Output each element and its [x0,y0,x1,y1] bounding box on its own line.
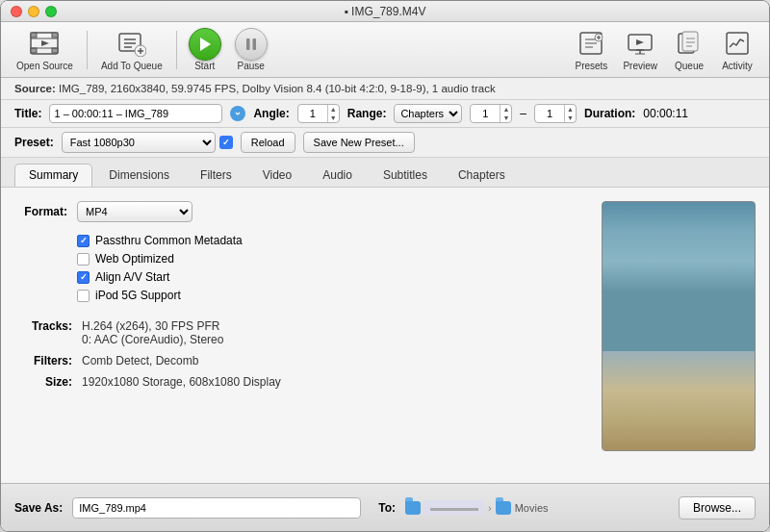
path-separator: › [488,502,492,514]
presets-label: Presets [575,61,607,71]
ipod-checkbox-row[interactable]: iPod 5G Support [77,289,588,302]
source-row: Source: IMG_789, 2160x3840, 59.9745 FPS,… [1,78,769,100]
save-filename-input[interactable] [72,497,361,519]
preset-row: Preset: Fast 1080p30 ✓ Reload Save New P… [1,128,769,158]
range-to-stepper[interactable]: ▲ ▼ [534,104,577,123]
range-from-input[interactable] [471,108,500,119]
minimize-button[interactable] [28,6,39,17]
save-new-preset-button[interactable]: Save New Preset... [303,132,415,153]
web-checkbox-row[interactable]: Web Optimized [77,252,588,266]
add-to-queue-button[interactable]: Add To Queue [93,24,170,75]
title-input[interactable] [49,104,222,123]
svg-rect-17 [252,38,256,50]
dest-folder-icon [496,501,511,515]
range-from-arrows: ▲ ▼ [500,105,511,122]
activity-button[interactable]: Activity [713,24,761,75]
preset-label: Preset: [14,136,54,149]
folder-path: ▬▬▬▬▬ › Movies [405,500,549,515]
range-to-up[interactable]: ▲ [565,105,576,114]
start-label: Start [194,61,215,71]
size-row: Size: 1920x1080 Storage, 608x1080 Displa… [14,375,588,389]
preset-select-wrapper: Fast 1080p30 ✓ [62,132,233,153]
preset-select[interactable]: Fast 1080p30 [62,132,216,153]
svg-rect-16 [246,38,250,50]
passthru-checkbox[interactable] [77,235,90,247]
format-row: Format: MP4 [14,201,588,222]
preset-check-badge: ✓ [219,136,233,149]
format-select[interactable]: MP4 [77,201,192,222]
queue-icon [674,28,705,59]
align-av-checkbox[interactable] [77,271,90,284]
range-from-up[interactable]: ▲ [500,105,511,114]
passthru-checkbox-row[interactable]: Passthru Common Metadata [77,234,588,247]
preview-button[interactable]: Preview [615,24,665,75]
queue-button[interactable]: Queue [665,24,713,75]
controls-row: Title: Angle: ▲ ▼ Range: Chapters ▲ ▼ – [1,100,769,128]
left-panel: Format: MP4 Passthru Common Metadata Web… [14,201,588,469]
maximize-button[interactable] [45,6,57,17]
angle-down[interactable]: ▼ [328,114,339,122]
source-folder-icon [405,501,421,515]
browse-button[interactable]: Browse... [679,496,756,519]
folder-path-text: ▬▬▬▬▬ [424,500,484,515]
tab-chapters[interactable]: Chapters [444,164,520,187]
tab-filters[interactable]: Filters [186,164,246,187]
svg-marker-29 [636,39,644,45]
source-value: IMG_789, 2160x3840, 59.9745 FPS, Dolby V… [59,83,496,94]
tab-audio[interactable]: Audio [308,164,367,187]
titlebar-buttons [11,6,57,17]
title-stepper-icon[interactable] [230,106,245,121]
save-as-label: Save As: [14,501,63,515]
open-source-button[interactable]: Open Source [9,24,81,75]
preview-icon [625,28,655,59]
to-label: To: [378,501,396,515]
range-to-down[interactable]: ▼ [565,114,576,122]
toolbar-sep-2 [176,31,177,69]
open-source-label: Open Source [16,61,73,71]
filters-row: Filters: Comb Detect, Decomb [14,354,588,367]
info-section: Tracks: H.264 (x264), 30 FPS PFR 0: AAC … [14,319,588,389]
range-from-stepper[interactable]: ▲ ▼ [470,104,512,123]
align-av-checkbox-row[interactable]: Align A/V Start [77,270,588,284]
start-icon [189,28,221,61]
activity-icon [722,28,753,59]
presets-button[interactable]: Presets [567,24,615,75]
svg-rect-3 [31,48,37,53]
start-pause-group: Start Pause [183,24,273,75]
svg-rect-1 [31,33,37,38]
tabs-row: Summary Dimensions Filters Video Audio S… [1,158,769,188]
duration-label: Duration: [584,107,635,120]
svg-rect-4 [52,48,58,53]
queue-label: Queue [675,61,704,71]
tab-dimensions[interactable]: Dimensions [94,164,184,187]
toolbar-sep-1 [87,31,88,69]
folder-name: Movies [515,502,549,514]
tracks-value: H.264 (x264), 30 FPS PFR 0: AAC (CoreAud… [82,319,223,346]
reload-button[interactable]: Reload [241,132,295,153]
ipod-checkbox[interactable] [77,290,90,302]
close-button[interactable] [11,6,22,17]
ipod-label: iPod 5G Support [95,289,181,302]
angle-stepper[interactable]: ▲ ▼ [297,104,340,123]
tab-subtitles[interactable]: Subtitles [369,164,442,187]
activity-label: Activity [722,61,753,71]
range-dash: – [520,107,526,120]
tab-video[interactable]: Video [248,164,306,187]
range-type-select[interactable]: Chapters [394,104,462,123]
toolbar: Open Source Add To Queue [1,22,769,78]
angle-input[interactable] [298,108,327,119]
angle-up[interactable]: ▲ [328,105,339,114]
window-title: ▪ IMG_789.M4V [345,5,426,18]
web-label: Web Optimized [95,252,174,266]
range-from-down[interactable]: ▼ [500,114,511,122]
web-checkbox[interactable] [77,253,90,266]
tab-summary[interactable]: Summary [14,164,92,187]
svg-marker-7 [41,40,49,46]
size-label: Size: [14,375,72,389]
range-to-input[interactable] [535,108,564,119]
svg-marker-15 [200,38,211,51]
start-button[interactable]: Start [183,24,227,75]
add-to-queue-label: Add To Queue [101,61,163,71]
format-label: Format: [14,205,67,218]
pause-button[interactable]: Pause [229,24,273,75]
